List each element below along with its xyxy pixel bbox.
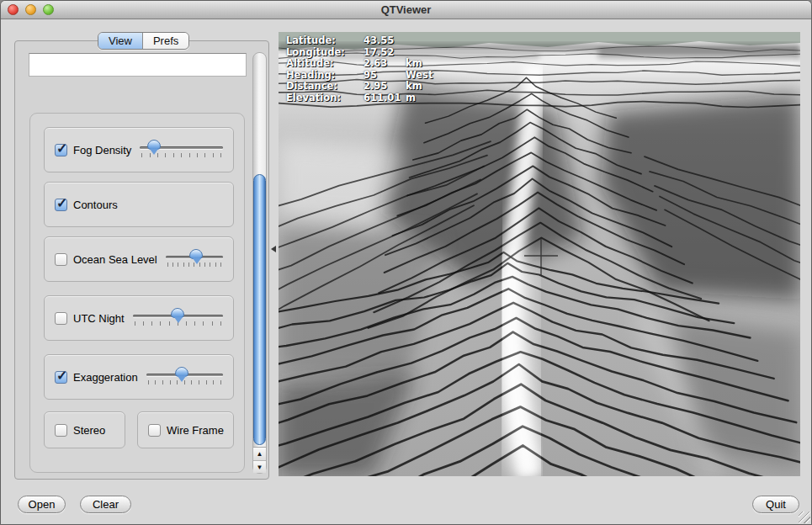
- hud-label: Longitude:: [286, 47, 364, 59]
- hud-row: Distance:2.95km: [286, 81, 433, 93]
- hud-row: Longitude:17.52: [286, 47, 433, 59]
- hud-value: 611.01: [364, 93, 406, 104]
- terrain-view[interactable]: Latitude:43.55Longitude:17.52Altitude:2.…: [279, 32, 800, 476]
- fog-label: Fog Density: [73, 144, 131, 156]
- scrollbar-thumb[interactable]: [253, 174, 266, 445]
- exagg-slider-thumb[interactable]: [175, 367, 188, 377]
- stereo-checkbox[interactable]: [55, 424, 67, 437]
- scrollbar-arrows: ▲ ▼: [253, 447, 266, 473]
- wire-label: Wire Frame: [167, 424, 224, 437]
- splitter-collapse-icon[interactable]: [271, 246, 276, 252]
- hud-value: 43.55: [364, 35, 406, 47]
- utc-slider-thumb[interactable]: [171, 308, 184, 318]
- hud-label: Distance:: [286, 81, 364, 93]
- ocean-slider[interactable]: [166, 248, 223, 270]
- tab-bar: View Prefs: [98, 32, 189, 50]
- fog-slider-thumb[interactable]: [147, 140, 161, 150]
- hud-row: Heading:95West: [286, 70, 433, 82]
- ocean-label: Ocean Sea Level: [73, 253, 157, 266]
- exagg-slider[interactable]: [146, 366, 223, 388]
- hud-overlay: Latitude:43.55Longitude:17.52Altitude:2.…: [286, 35, 433, 103]
- ocean-slider-thumb[interactable]: [189, 249, 203, 259]
- quit-button[interactable]: Quit: [752, 496, 799, 513]
- open-button[interactable]: Open: [18, 496, 66, 513]
- app-window: QTViewer View Prefs Fog DensityContoursO…: [0, 0, 812, 525]
- utc-slider[interactable]: [133, 307, 223, 329]
- group-fog: Fog Density: [44, 127, 234, 172]
- hud-unit: West: [406, 69, 433, 81]
- ocean-checkbox[interactable]: [55, 253, 67, 266]
- tab-prefs[interactable]: Prefs: [142, 33, 188, 49]
- exagg-label: Exaggeration: [73, 371, 138, 384]
- scroll-down-icon[interactable]: ▼: [253, 460, 266, 473]
- hud-unit: km: [406, 80, 422, 92]
- utc-checkbox[interactable]: [55, 312, 67, 325]
- group-ocean: Ocean Sea Level: [44, 236, 234, 282]
- hud-value: 95: [364, 70, 406, 82]
- hud-value: 2.63: [364, 58, 406, 70]
- hud-value: 2.95: [364, 81, 406, 93]
- hud-label: Elevation:: [286, 93, 364, 104]
- hud-row: Elevation:611.01m: [286, 93, 433, 104]
- contours-label: Contours: [73, 199, 118, 211]
- hud-label: Latitude:: [286, 35, 364, 47]
- wire-checkbox[interactable]: [148, 424, 161, 437]
- title-bar[interactable]: QTViewer: [1, 1, 811, 19]
- group-stereo: Stereo: [44, 411, 125, 448]
- hud-row: Latitude:43.55: [286, 35, 433, 47]
- resize-grip-icon[interactable]: [799, 512, 810, 523]
- clear-button[interactable]: Clear: [80, 496, 131, 513]
- controls-groupbox: Fog DensityContoursOcean Sea LevelUTC Ni…: [29, 113, 245, 473]
- fog-slider[interactable]: [140, 139, 223, 161]
- hud-unit: km: [406, 57, 422, 69]
- group-utc: UTC Night: [44, 295, 234, 341]
- stereo-label: Stereo: [73, 424, 105, 437]
- group-exagg: Exaggeration: [44, 354, 234, 400]
- exagg-checkbox[interactable]: [55, 371, 67, 384]
- hud-label: Heading:: [286, 70, 364, 82]
- window-title: QTViewer: [1, 3, 811, 16]
- group-wire: Wire Frame: [137, 411, 234, 448]
- layer-listbox[interactable]: [29, 53, 247, 77]
- scroll-up-icon[interactable]: ▲: [253, 448, 266, 460]
- contours-checkbox[interactable]: [55, 199, 67, 211]
- hud-label: Altitude:: [286, 58, 364, 70]
- utc-label: UTC Night: [73, 312, 125, 325]
- hud-row: Altitude:2.63km: [286, 58, 433, 70]
- group-contours: Contours: [44, 182, 234, 227]
- hud-value: 17.52: [364, 47, 406, 59]
- hud-unit: m: [406, 92, 416, 103]
- fog-checkbox[interactable]: [55, 144, 67, 156]
- pane-scrollbar[interactable]: ▲ ▼: [252, 52, 267, 474]
- tab-view[interactable]: View: [98, 33, 142, 49]
